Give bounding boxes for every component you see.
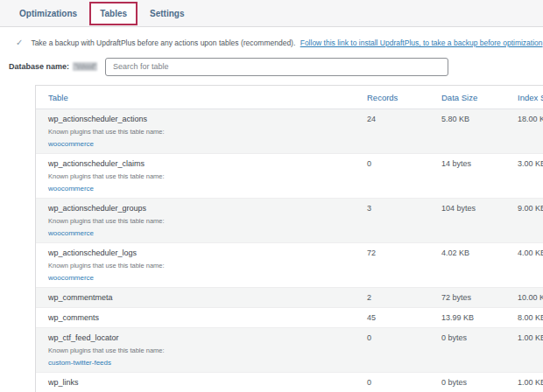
table-name-cell: wp_commentmeta bbox=[36, 288, 358, 307]
data-size-cell: 0 bytes bbox=[433, 328, 509, 372]
database-name-label: Database name: bbox=[9, 62, 69, 71]
data-size-cell: 0 bytes bbox=[433, 373, 509, 392]
plugin-link[interactable]: woocommerce bbox=[48, 229, 94, 237]
table-name-cell: wp_actionscheduler_actionsKnown plugins … bbox=[36, 109, 358, 153]
wp-optimize-tables-page: { "tabs": [ { "label": "Optimizations", … bbox=[0, 0, 543, 392]
table-row: wp_comments4513.99 KB8.00 KB bbox=[36, 308, 543, 328]
column-header-index-size[interactable]: Index Size bbox=[509, 86, 543, 108]
index-size-cell: 1.00 KB bbox=[509, 373, 543, 392]
records-cell: 0 bbox=[358, 373, 433, 392]
data-size-cell: 14 bytes bbox=[433, 154, 509, 198]
table-name: wp_actionscheduler_claims bbox=[48, 159, 349, 168]
index-size-cell: 10.00 KB bbox=[509, 288, 543, 307]
table-name-cell: wp_actionscheduler_groupsKnown plugins t… bbox=[36, 199, 358, 242]
column-header-records[interactable]: Records bbox=[358, 86, 433, 108]
data-size-cell: 13.99 KB bbox=[433, 308, 509, 327]
tab-settings[interactable]: Settings bbox=[139, 1, 194, 26]
tab-optimizations[interactable]: Optimizations bbox=[9, 1, 88, 26]
tab-bar: Optimizations Tables Settings bbox=[0, 0, 543, 27]
plugin-line: woocommerce bbox=[48, 140, 349, 148]
table-row: wp_commentmeta272 bytes10.00 KB bbox=[36, 288, 543, 308]
index-size-cell: 4.00 KB bbox=[509, 243, 543, 287]
table-name: wp_actionscheduler_groups bbox=[48, 204, 349, 213]
column-header-table[interactable]: Table bbox=[36, 86, 358, 108]
tables-list: Table Records Data Size Index Size wp_ac… bbox=[35, 85, 543, 392]
records-cell: 0 bbox=[358, 154, 433, 198]
backup-notice: ✓ Take a backup with UpdraftPlus before … bbox=[16, 38, 543, 50]
index-size-cell: 1.00 KB bbox=[509, 328, 543, 372]
plugin-line: woocommerce bbox=[48, 229, 349, 237]
search-table-input[interactable] bbox=[105, 58, 448, 76]
known-plugins-label: Known plugins that use this table name: bbox=[48, 346, 349, 354]
plugin-line: woocommerce bbox=[48, 185, 349, 192]
column-header-data-size[interactable]: Data Size bbox=[433, 86, 509, 108]
table-row: wp_links00 bytes1.00 KB bbox=[36, 373, 543, 392]
table-name-cell: wp_actionscheduler_claimsKnown plugins t… bbox=[36, 154, 358, 198]
table-name: wp_links bbox=[48, 378, 349, 387]
checkmark-icon[interactable]: ✓ bbox=[16, 38, 23, 49]
table-name: wp_actionscheduler_logs bbox=[48, 248, 349, 257]
backup-notice-text: Take a backup with UpdraftPlus before an… bbox=[31, 38, 542, 48]
table-name: wp_ctf_feed_locator bbox=[48, 333, 349, 342]
records-cell: 3 bbox=[358, 199, 433, 242]
table-name-cell: wp_links bbox=[36, 373, 358, 392]
table-row: wp_actionscheduler_actionsKnown plugins … bbox=[36, 109, 543, 154]
backup-notice-message: Take a backup with UpdraftPlus before an… bbox=[31, 38, 295, 47]
known-plugins-label: Known plugins that use this table name: bbox=[48, 262, 349, 270]
plugin-link[interactable]: woocommerce bbox=[48, 274, 94, 282]
table-row: wp_actionscheduler_groupsKnown plugins t… bbox=[36, 199, 543, 243]
table-body: wp_actionscheduler_actionsKnown plugins … bbox=[36, 109, 543, 392]
updraftplus-install-link[interactable]: Follow this link to install UpdraftPlus,… bbox=[300, 38, 543, 47]
plugin-link[interactable]: woocommerce bbox=[48, 140, 94, 148]
index-size-cell: 8.00 KB bbox=[509, 308, 543, 327]
database-name-redacted: "WxxxI" bbox=[73, 62, 97, 71]
database-search-row: Database name: "WxxxI" bbox=[9, 58, 543, 76]
records-cell: 45 bbox=[358, 308, 433, 327]
table-row: wp_ctf_feed_locatorKnown plugins that us… bbox=[36, 328, 543, 373]
table-row: wp_actionscheduler_claimsKnown plugins t… bbox=[36, 154, 543, 199]
records-cell: 72 bbox=[358, 243, 433, 287]
table-name: wp_commentmeta bbox=[48, 293, 349, 302]
table-row: wp_actionscheduler_logsKnown plugins tha… bbox=[36, 243, 543, 288]
index-size-cell: 9.00 KB bbox=[509, 199, 543, 242]
plugin-line: custom-twitter-feeds bbox=[48, 359, 349, 367]
tab-tables[interactable]: Tables bbox=[89, 2, 138, 25]
records-cell: 2 bbox=[358, 288, 433, 307]
table-name: wp_actionscheduler_actions bbox=[48, 115, 349, 123]
index-size-cell: 3.00 KB bbox=[509, 154, 543, 198]
data-size-cell: 5.80 KB bbox=[433, 109, 509, 153]
records-cell: 24 bbox=[358, 109, 433, 153]
table-name-cell: wp_actionscheduler_logsKnown plugins tha… bbox=[36, 243, 358, 287]
table-name-cell: wp_comments bbox=[36, 308, 358, 327]
table-name-cell: wp_ctf_feed_locatorKnown plugins that us… bbox=[36, 328, 358, 372]
known-plugins-label: Known plugins that use this table name: bbox=[48, 217, 349, 225]
plugin-line: woocommerce bbox=[48, 274, 349, 282]
data-size-cell: 104 bytes bbox=[433, 199, 509, 242]
table-header-row: Table Records Data Size Index Size bbox=[36, 86, 543, 109]
plugin-link[interactable]: woocommerce bbox=[48, 185, 94, 192]
known-plugins-label: Known plugins that use this table name: bbox=[48, 128, 349, 136]
known-plugins-label: Known plugins that use this table name: bbox=[48, 172, 349, 180]
records-cell: 0 bbox=[358, 328, 433, 372]
data-size-cell: 72 bytes bbox=[433, 288, 509, 307]
plugin-link[interactable]: custom-twitter-feeds bbox=[48, 359, 111, 367]
index-size-cell: 18.00 KB bbox=[509, 109, 543, 153]
table-name: wp_comments bbox=[48, 313, 349, 322]
data-size-cell: 4.02 KB bbox=[433, 243, 509, 287]
